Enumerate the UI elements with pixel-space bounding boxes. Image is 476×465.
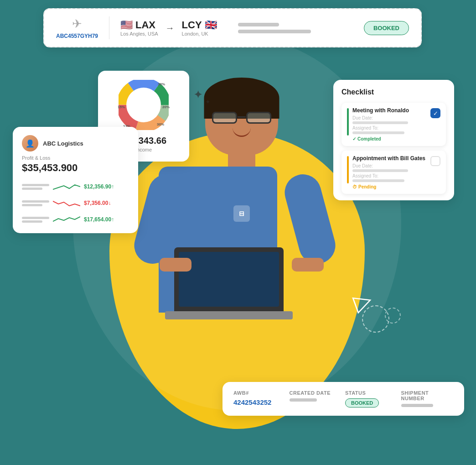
origin-block: 🇺🇸 LAX Los Angles, USA [120,19,158,37]
origin-name: Los Angles, USA [120,31,158,37]
donut-label-3: 30% [157,122,164,126]
checklist-item-2: Appointment with Bill Gates Due Date: As… [341,151,446,194]
checklist-title: Checklist [341,88,446,96]
metric-line-b [22,188,42,190]
awb-grid: AWB# 4242543252 CREATED DATE STATUS BOOK… [233,390,453,408]
item-bar-1 [347,108,349,136]
metric-value-3: $17,654.00↑ [84,216,114,223]
route-section: 🇺🇸 LAX Los Angles, USA → LCY 🇬🇧 London, … [120,19,217,37]
item-assigned-label-2: Assigned To: [352,173,427,178]
status-col-label: STATUS [345,390,398,396]
metric-line-f [22,220,42,223]
metric-row-2: $7,356.00↓ [22,198,129,209]
checkbox-1[interactable]: ✓ [430,108,440,118]
awb-col-label: AWB# [233,390,286,396]
status-lines [238,23,357,33]
pnl-card: 👤 ABC Logistics Profit & Loss $35,453.90… [13,127,138,233]
shipment-number-placeholder [401,404,433,407]
dest-flag: 🇬🇧 [205,19,217,31]
status-line-2 [238,30,311,33]
dest-name: London, UK [182,31,217,37]
due-line-2 [352,169,408,172]
created-date-placeholder [290,398,317,402]
item-status-2: ⏱ Pending [352,184,427,189]
pnl-total: $35,453.900 [22,162,129,174]
sparkle-icon-2: ✦ [205,98,211,105]
metric-line-e [22,217,49,219]
sparkle-icon-1: ✦ [194,89,202,101]
sparkline-3 [53,214,80,225]
created-date-column: CREATED DATE [290,390,342,408]
item-content-1: Meeting with Ronaldo Due Date: Assigned … [352,107,427,141]
due-line-1 [352,121,408,124]
tracking-awb: ABC4557GYH79 [56,33,98,39]
check-icon-1: ✓ [352,136,356,141]
assigned-line-2 [352,179,404,182]
metric-row-3: $17,654.00↑ [22,214,129,225]
sparkline-1 [53,181,80,192]
metric-line-d [22,204,42,206]
status-column: STATUS BOOKED [345,390,398,408]
shipment-number-label: SHIPMENT NUMBER [401,390,454,401]
pnl-section-label: Profit & Loss [22,155,129,161]
donut-label-5: 15% [118,105,125,109]
metric-lines-3 [22,217,49,223]
airplane-icon: ✈ [72,17,82,31]
item-due-label-1: Due Date: [352,115,427,120]
donut-label-1: 30% [158,82,165,86]
sparkline-2 [53,198,80,209]
dest-code: LCY [182,19,202,31]
origin-code: LAX [135,19,155,31]
awb-col-value: 4242543252 [233,398,286,406]
item-title-2: Appointment with Bill Gates [352,155,427,162]
origin-flag: 🇺🇸 [120,19,133,31]
assigned-line-1 [352,131,404,134]
status-line-1 [238,23,279,26]
pnl-header: 👤 ABC Logistics [22,135,129,152]
item-due-label-2: Due Date: [352,163,427,168]
clock-icon: ⏱ [352,184,357,189]
company-name: ABC Logistics [43,140,83,147]
company-avatar: 👤 [22,135,38,152]
item-bar-2 [347,156,349,183]
status-badge-bottom: BOOKED [345,398,379,408]
shipment-tracking-card: ✈ ABC4557GYH79 🇺🇸 LAX Los Angles, USA → … [43,8,422,47]
awb-column: AWB# 4242543252 [233,390,286,408]
item-assigned-label-1: Assigned To: [352,125,427,131]
flight-icon-section: ✈ ABC4557GYH79 [56,17,98,39]
checklist-card: Checklist Meeting with Ronaldo Due Date:… [333,80,454,200]
metric-lines-2 [22,200,49,206]
metric-lines-1 [22,184,49,190]
booked-badge: BOOKED [364,21,409,35]
metric-value-2: $7,356.00↓ [84,200,111,206]
donut-container: 30% 20% 30% 13% 15% [119,80,169,130]
shipment-number-column: SHIPMENT NUMBER [401,390,454,408]
circle-decoration-2 [385,308,401,324]
svg-point-6 [129,91,157,119]
awb-bottom-card: AWB# 4242543252 CREATED DATE STATUS BOOK… [222,382,464,416]
item-status-1: ✓ Completed [352,136,427,141]
vertical-divider [109,16,109,39]
metric-line-c [22,200,49,203]
dest-block: LCY 🇬🇧 London, UK [182,19,217,37]
metric-row-1: $12,356.90↑ [22,181,129,192]
shirt-logo: ⊟ [233,205,250,222]
created-date-label: CREATED DATE [290,390,342,396]
item-title-1: Meeting with Ronaldo [352,107,427,114]
donut-label-2: 20% [162,105,170,109]
metric-value-1: $12,356.90↑ [84,183,114,190]
route-arrow-icon: → [166,23,175,33]
checklist-item-1: Meeting with Ronaldo Due Date: Assigned … [341,103,446,146]
metric-line-a [22,184,49,186]
checkbox-2[interactable] [430,156,440,166]
item-content-2: Appointment with Bill Gates Due Date: As… [352,155,427,189]
